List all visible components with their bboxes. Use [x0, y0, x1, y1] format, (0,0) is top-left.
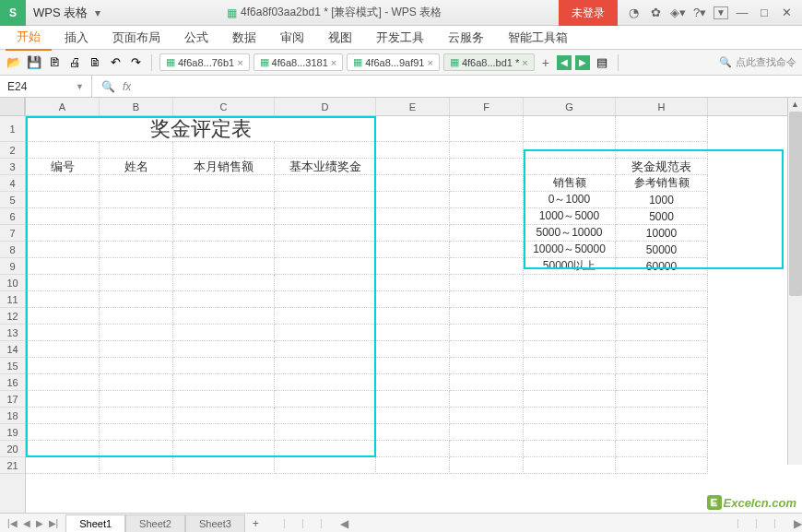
cell[interactable]	[100, 325, 173, 341]
cell[interactable]	[376, 142, 450, 159]
hscroll-right[interactable]: ▶	[794, 517, 802, 530]
row-header[interactable]: 1	[0, 116, 25, 142]
minimize-window-icon[interactable]: —	[734, 5, 750, 21]
open-icon[interactable]: 📂	[6, 54, 22, 71]
cell[interactable]	[100, 441, 173, 457]
cell[interactable]	[616, 275, 708, 291]
row-header[interactable]: 8	[0, 242, 25, 258]
cell[interactable]	[26, 225, 100, 242]
cell[interactable]	[616, 142, 708, 159]
cell[interactable]	[100, 374, 173, 391]
scroll-thumb[interactable]	[789, 112, 802, 296]
row-header[interactable]: 19	[0, 424, 25, 441]
cell[interactable]	[26, 275, 100, 291]
vertical-scrollbar[interactable]: ▲	[787, 98, 802, 465]
cell[interactable]	[450, 175, 524, 192]
cell[interactable]	[450, 325, 524, 341]
cell[interactable]	[26, 291, 100, 308]
add-sheet-button[interactable]: +	[245, 517, 266, 530]
export-icon[interactable]: 🖹	[46, 54, 63, 71]
cell[interactable]	[376, 424, 450, 441]
search-function-icon[interactable]: 🔍	[101, 80, 115, 93]
cell[interactable]	[376, 325, 450, 341]
menu-cloud[interactable]: 云服务	[437, 26, 495, 50]
cell[interactable]	[26, 242, 100, 258]
cell[interactable]	[524, 275, 616, 291]
cell[interactable]	[524, 325, 616, 341]
cell[interactable]	[100, 341, 173, 358]
sheet-nav-last[interactable]: ▶|	[47, 518, 61, 528]
cell[interactable]	[450, 424, 524, 441]
cell[interactable]	[376, 116, 450, 142]
cell[interactable]	[376, 192, 450, 208]
cell[interactable]	[616, 358, 708, 374]
doc-tab-2[interactable]: ▦4f6a8...3181×	[254, 53, 344, 71]
cell[interactable]	[26, 192, 100, 208]
col-header[interactable]: G	[524, 98, 616, 115]
cell[interactable]	[524, 424, 616, 441]
cell[interactable]	[616, 408, 708, 424]
close-window-icon[interactable]: ✕	[778, 5, 795, 21]
cell[interactable]	[26, 308, 100, 325]
cell-ref-data[interactable]: 10000～50000	[524, 242, 616, 258]
cell[interactable]	[275, 258, 376, 275]
cell[interactable]	[450, 441, 524, 457]
cell[interactable]	[450, 116, 524, 142]
cell-ref-data[interactable]: 50000以上	[524, 258, 616, 275]
cell[interactable]	[450, 242, 524, 258]
cell[interactable]	[173, 192, 275, 208]
login-button[interactable]: 未登录	[559, 0, 618, 26]
menu-page-layout[interactable]: 页面布局	[101, 26, 171, 50]
row-header[interactable]: 2	[0, 142, 25, 159]
cell[interactable]	[376, 291, 450, 308]
row-header[interactable]: 10	[0, 275, 25, 291]
print-icon[interactable]: 🖨	[66, 54, 83, 71]
minimize-ribbon-icon[interactable]: ▼	[714, 6, 728, 19]
save-icon[interactable]: 💾	[26, 54, 42, 71]
help-icon[interactable]: ?▾	[691, 5, 708, 21]
cell[interactable]	[100, 275, 173, 291]
dropdown-icon[interactable]: ▼	[76, 82, 84, 91]
cell[interactable]	[450, 208, 524, 225]
cell[interactable]	[616, 374, 708, 391]
row-header[interactable]: 12	[0, 308, 25, 325]
cell[interactable]	[524, 408, 616, 424]
cell[interactable]	[173, 208, 275, 225]
cell[interactable]	[376, 391, 450, 408]
menu-start[interactable]: 开始	[6, 25, 52, 51]
menu-data[interactable]: 数据	[221, 26, 267, 50]
cell[interactable]	[450, 142, 524, 159]
cell[interactable]	[616, 424, 708, 441]
cell[interactable]	[450, 457, 524, 474]
cell[interactable]	[173, 258, 275, 275]
cell[interactable]	[100, 242, 173, 258]
cell[interactable]	[616, 341, 708, 358]
cell[interactable]	[450, 258, 524, 275]
menu-insert[interactable]: 插入	[53, 26, 100, 50]
cell[interactable]	[450, 225, 524, 242]
cell[interactable]	[26, 325, 100, 341]
cell[interactable]	[616, 457, 708, 474]
cell-ref-data[interactable]: 5000～10000	[524, 225, 616, 242]
tab-nav-right[interactable]: ▶	[575, 55, 590, 70]
settings-icon[interactable]: ✿	[647, 5, 664, 21]
tab-list-icon[interactable]: ▤	[594, 54, 610, 71]
cell[interactable]	[524, 374, 616, 391]
tab-nav-left[interactable]: ◀	[557, 55, 572, 70]
cell[interactable]	[275, 391, 376, 408]
row-header[interactable]: 7	[0, 225, 25, 242]
cell[interactable]	[275, 142, 376, 159]
cell[interactable]	[275, 374, 376, 391]
skin-icon[interactable]: ◈▾	[669, 5, 686, 21]
sheet-nav-first[interactable]: |◀	[6, 518, 19, 528]
cell[interactable]	[524, 291, 616, 308]
row-header[interactable]: 9	[0, 258, 25, 275]
cell[interactable]	[173, 341, 275, 358]
cell[interactable]	[450, 308, 524, 325]
cell[interactable]	[100, 457, 173, 474]
cell[interactable]	[275, 175, 376, 192]
cell[interactable]	[376, 159, 450, 175]
row-header[interactable]: 14	[0, 341, 25, 358]
cell[interactable]	[524, 159, 616, 175]
sheet-tab-3[interactable]: Sheet3	[185, 514, 245, 532]
